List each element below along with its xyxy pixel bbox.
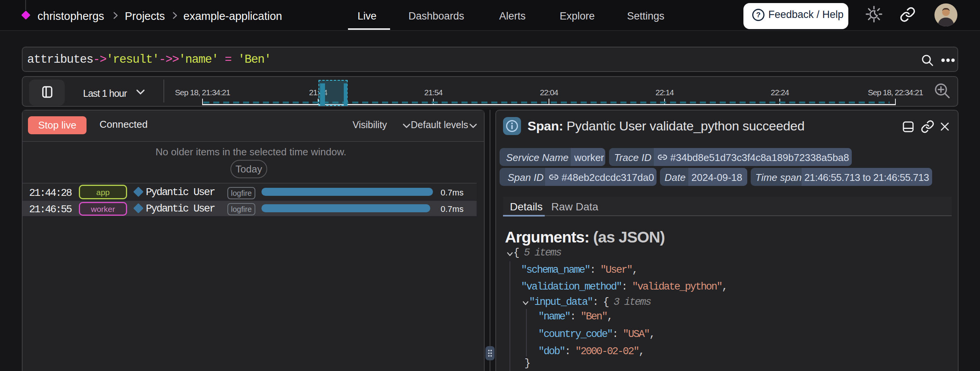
svg-text:?: ? [756,11,761,19]
